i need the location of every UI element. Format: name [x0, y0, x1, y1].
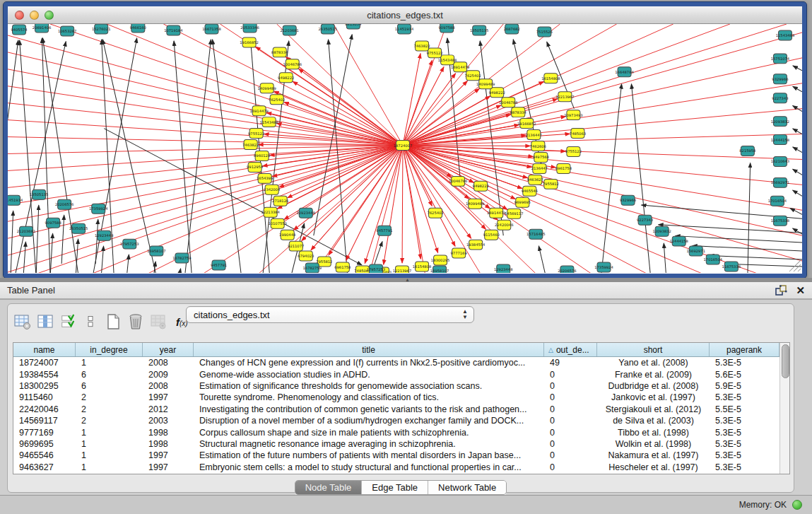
table-cell[interactable]: Yano et al. (2008)	[597, 358, 710, 368]
table-cell[interactable]: 2008	[143, 358, 194, 368]
table-cell[interactable]: 1	[76, 428, 143, 438]
network-node[interactable]: 16914479	[487, 208, 505, 218]
network-node[interactable]: 10046786	[449, 176, 467, 186]
table-settings-button[interactable]	[13, 313, 32, 331]
network-node[interactable]: 2136447	[526, 130, 542, 140]
network-node[interactable]: 2342004	[264, 185, 281, 194]
network-node[interactable]: 1654399	[257, 173, 273, 183]
network-node[interactable]: 9755122	[426, 48, 442, 58]
network-node[interactable]: 9115460	[483, 230, 500, 240]
network-node[interactable]: 8813054	[345, 24, 362, 29]
table-cell[interactable]: 2009	[143, 370, 194, 380]
network-node[interactable]: 10046786	[499, 98, 517, 107]
float-panel-icon[interactable]	[775, 285, 787, 296]
table-cell[interactable]: 0	[544, 428, 597, 438]
network-node[interactable]: 7625402	[269, 95, 285, 105]
network-node[interactable]: 14099489	[466, 199, 484, 209]
table-cell[interactable]: 5.5E-5	[710, 404, 779, 414]
row-height-button[interactable]	[81, 313, 100, 331]
table-cell[interactable]: 49	[544, 358, 597, 368]
network-node[interactable]: 7515526	[536, 27, 553, 37]
memory-ok-indicator-icon[interactable]	[792, 500, 802, 510]
network-node[interactable]: 16648784	[615, 67, 634, 77]
network-node[interactable]: 16914479	[249, 106, 268, 116]
network-node[interactable]: 14099489	[476, 79, 495, 89]
network-node[interactable]: 17957253	[120, 239, 139, 249]
table-cell[interactable]: Estimation of the future numbers of pati…	[194, 450, 544, 460]
tab-network-table[interactable]: Network Table	[428, 481, 506, 494]
table-cell[interactable]: Structural magnetic resonance image aver…	[194, 439, 544, 449]
select-columns-button[interactable]	[59, 313, 77, 331]
network-node[interactable]: 6961758	[334, 262, 351, 272]
table-cell[interactable]: Changes of HCN gene expression and I(f) …	[194, 358, 544, 368]
table-cell[interactable]: Dudbridge et al. (2008)	[597, 381, 710, 391]
network-canvas[interactable]: 1916685288783341004678694982221409948976…	[8, 24, 802, 273]
network-node[interactable]: 9405574	[11, 25, 28, 35]
table-cell[interactable]: 5.3E-5	[710, 392, 779, 402]
table-cell[interactable]: 1	[76, 462, 143, 472]
table-row[interactable]: 2242004622012Investigating the contribut…	[13, 404, 779, 415]
table-cell[interactable]: 0	[544, 392, 597, 402]
table-cell[interactable]: Stergiakouli et al. (2012)	[597, 404, 710, 414]
new-document-button[interactable]	[104, 313, 122, 331]
network-node[interactable]: 9777169	[451, 248, 467, 258]
table-cell[interactable]: 1998	[143, 428, 194, 438]
network-node[interactable]: 7625402	[465, 71, 481, 81]
network-node[interactable]: 12213384	[261, 207, 280, 217]
table-cell[interactable]: 1997	[143, 392, 194, 402]
tab-edge-table[interactable]: Edge Table	[362, 481, 428, 494]
table-cell[interactable]: 1998	[143, 439, 194, 449]
table-cell[interactable]: 5.3E-5	[710, 416, 779, 426]
table-cell[interactable]: 9115460	[13, 392, 76, 402]
table-cell[interactable]: 5.3E-5	[710, 428, 779, 438]
table-cell[interactable]: Investigating the contribution of common…	[194, 404, 544, 414]
network-node[interactable]: 7625402	[427, 208, 443, 218]
network-node[interactable]: 21203681	[280, 25, 298, 35]
network-node[interactable]: 9498222	[278, 73, 294, 83]
network-node[interactable]: 16154808	[541, 74, 560, 83]
network-node[interactable]: 21203681	[17, 226, 35, 236]
table-cell[interactable]: Embryonic stem cells: a model to study s…	[194, 462, 544, 472]
table-cell[interactable]: 5.3E-5	[710, 450, 779, 460]
network-node[interactable]: 17957253	[367, 264, 385, 273]
table-cell[interactable]: 2003	[143, 416, 194, 426]
table-cell[interactable]: 2	[76, 392, 143, 402]
table-cell[interactable]: Disruption of a novel member of a sodium…	[194, 416, 544, 426]
table-cell[interactable]: Tibbo et al. (1998)	[597, 428, 710, 438]
network-node[interactable]: 7463822	[242, 140, 259, 150]
table-cell[interactable]: 5.3E-5	[710, 358, 779, 368]
table-cell[interactable]: 9777169	[13, 428, 76, 438]
network-node[interactable]: 12093832	[652, 226, 671, 236]
network-node[interactable]: 9227343	[637, 215, 653, 225]
tab-node-table[interactable]: Node Table	[295, 481, 363, 494]
table-cell[interactable]: 14569117	[13, 416, 76, 426]
table-cell[interactable]: 5.3E-5	[710, 462, 779, 472]
network-node[interactable]: 2718126	[272, 196, 288, 206]
network-node[interactable]: 16958107	[430, 266, 449, 273]
network-node[interactable]: 17359924	[594, 262, 613, 272]
network-node[interactable]: 9497568	[533, 152, 549, 162]
zoom-window-button[interactable]	[45, 11, 54, 20]
table-cell[interactable]: 0	[544, 381, 597, 391]
network-hub-node[interactable]: 18724007	[394, 141, 412, 151]
network-node[interactable]: 10653287	[58, 26, 76, 36]
network-node[interactable]: 11451934	[395, 24, 414, 34]
network-node[interactable]: 16671358	[202, 24, 220, 34]
table-row[interactable]: 977716911998Corpus callosum shape and si…	[13, 426, 779, 438]
network-node[interactable]: 11451934	[8, 195, 23, 205]
table-row[interactable]: 946554611997Estimation of the future num…	[13, 450, 779, 461]
table-cell[interactable]: Jankovic et al. (1997)	[597, 392, 710, 402]
table-cell[interactable]: 22420046	[13, 404, 76, 414]
network-node[interactable]: 15276021	[92, 24, 110, 34]
table-cell[interactable]: 18300295	[13, 381, 76, 391]
network-node[interactable]: 20206576	[55, 199, 73, 209]
table-cell[interactable]: Franke et al. (2009)	[597, 370, 710, 380]
network-node[interactable]: 9465546	[522, 186, 538, 196]
network-node[interactable]: 18300295	[431, 255, 449, 265]
network-node[interactable]: 12923448	[297, 208, 315, 218]
scrollbar-thumb[interactable]	[782, 344, 789, 378]
network-node[interactable]: 20533346	[240, 24, 259, 33]
table-row[interactable]: 946362711997Embryonic stem cells: a mode…	[13, 462, 779, 473]
table-cell[interactable]: 2012	[143, 404, 194, 414]
table-cell[interactable]: Hescheler et al. (1997)	[597, 462, 710, 472]
